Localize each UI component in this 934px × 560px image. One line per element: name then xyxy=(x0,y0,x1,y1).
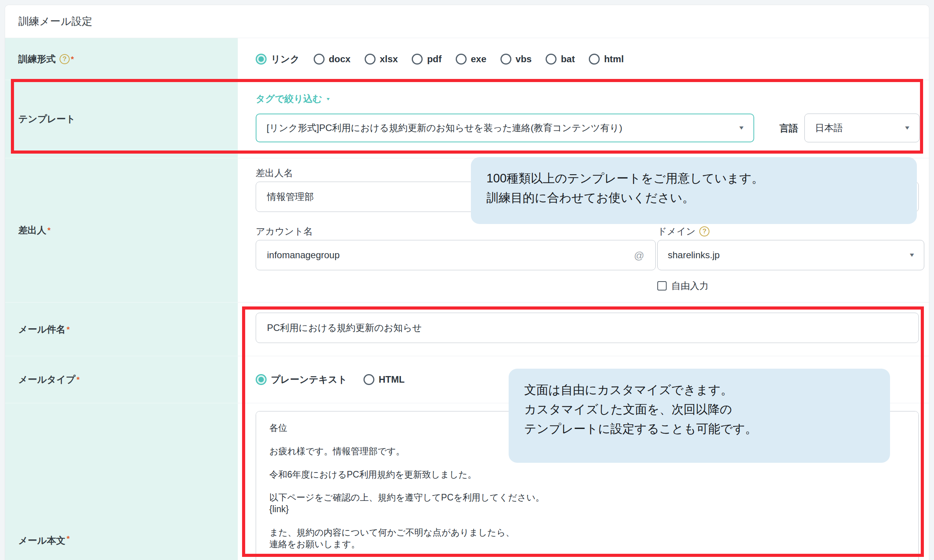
radio-icon[interactable] xyxy=(412,54,423,65)
row-label-template: テンプレート xyxy=(5,80,238,158)
radio-label: xlsx xyxy=(380,54,398,65)
filter-by-tag-text: タグで絞り込む xyxy=(256,93,322,105)
language-label: 言語 xyxy=(780,122,798,135)
radio-label: vbs xyxy=(516,54,532,65)
template-label: テンプレート xyxy=(18,113,75,125)
training-format-radio-group: リンク docx xlsx pdf xyxy=(238,38,929,80)
account-name-label: アカウント名 xyxy=(256,225,313,238)
row-content-mail-type: プレーンテキスト HTML xyxy=(238,356,929,403)
domain-label-wrap: ドメイン ? xyxy=(657,225,709,238)
radio-icon[interactable] xyxy=(546,54,557,65)
domain-select[interactable]: sharelinks.jp ▼ xyxy=(657,240,924,270)
row-label-sender: 差出人 * xyxy=(5,158,238,302)
row-content-mail-body: 各位 お疲れ様です。情報管理部です。 令和6年度におけるPC利用規約を更新致しま… xyxy=(238,403,929,560)
radio-icon[interactable] xyxy=(589,54,600,65)
radio-exe[interactable]: exe xyxy=(456,54,486,65)
row-mail-body: メール本文* 各位 お疲れ様です。情報管理部です。 令和6年度におけるPC利用規… xyxy=(5,403,929,560)
language-select-value: 日本語 xyxy=(815,122,843,134)
account-name-input[interactable] xyxy=(256,240,656,270)
radio-plain-text[interactable]: プレーンテキスト xyxy=(256,373,347,386)
row-content-training-format: リンク docx xlsx pdf xyxy=(238,38,929,80)
sender-label: 差出人 xyxy=(18,224,46,236)
radio-label: pdf xyxy=(427,54,441,65)
row-training-format: 訓練形式 ? * リンク docx xlsx xyxy=(5,38,929,80)
radio-icon[interactable] xyxy=(363,374,374,385)
at-sign-icon: @ xyxy=(634,250,644,262)
help-icon[interactable]: ? xyxy=(699,226,709,236)
radio-vbs[interactable]: vbs xyxy=(500,54,532,65)
form-rows: 訓練形式 ? * リンク docx xlsx xyxy=(5,38,929,560)
row-template: テンプレート タグで絞り込む ▼ [リンク形式]PC利用における規約更新のお知ら… xyxy=(5,80,929,158)
radio-selected-icon[interactable] xyxy=(256,54,267,65)
radio-pdf[interactable]: pdf xyxy=(412,54,441,65)
training-mail-settings-card: 訓練メール設定 訓練形式 ? * リンク docx xyxy=(5,5,929,560)
row-content-subject xyxy=(238,302,929,356)
chevron-down-icon: ▼ xyxy=(904,125,911,131)
domain-label: ドメイン xyxy=(657,225,695,238)
row-label-mail-body: メール本文* xyxy=(5,403,238,560)
subject-input[interactable] xyxy=(256,313,919,343)
training-format-label: 訓練形式 xyxy=(18,53,56,65)
radio-label: bat xyxy=(561,54,575,65)
domain-select-value: sharelinks.jp xyxy=(668,250,720,261)
radio-label: docx xyxy=(329,54,351,65)
checkbox-unchecked-icon[interactable] xyxy=(657,281,667,290)
row-content-sender: 差出人名 アカウント名 @ ドメイン ? sharelinks.jp ▼ 自由入… xyxy=(238,158,929,302)
row-label-subject: メール件名 * xyxy=(5,302,238,356)
row-content-template: タグで絞り込む ▼ [リンク形式]PC利用における規約更新のお知らせを装った連絡… xyxy=(238,80,929,158)
sender-name-label: 差出人名 xyxy=(256,167,293,179)
radio-label: exe xyxy=(471,54,486,65)
language-select[interactable]: 日本語 ▼ xyxy=(804,114,920,142)
radio-icon[interactable] xyxy=(314,54,325,65)
radio-xlsx[interactable]: xlsx xyxy=(365,54,398,65)
radio-label: プレーンテキスト xyxy=(271,373,347,386)
subject-label: メール件名 xyxy=(18,323,65,336)
row-mail-type: メールタイプ * プレーンテキスト HTML xyxy=(5,356,929,403)
radio-icon[interactable] xyxy=(456,54,467,65)
mail-body-label-wrap: メール本文* xyxy=(18,534,70,547)
required-asterisk: * xyxy=(67,534,70,543)
radio-selected-icon[interactable] xyxy=(256,374,267,385)
mail-type-radio-group: プレーンテキスト HTML xyxy=(238,356,929,403)
chevron-down-icon: ▼ xyxy=(908,252,915,258)
free-input-checkbox-row[interactable]: 自由入力 xyxy=(657,280,709,292)
free-input-label: 自由入力 xyxy=(671,280,709,292)
radio-icon[interactable] xyxy=(500,54,511,65)
radio-label: リンク xyxy=(271,53,300,65)
row-subject: メール件名 * xyxy=(5,302,929,356)
radio-label: html xyxy=(604,54,624,65)
page-title: 訓練メール設定 xyxy=(18,14,92,28)
row-sender: 差出人 * 差出人名 アカウント名 @ ドメイン ? sharelinks.jp… xyxy=(5,158,929,302)
filter-by-tag-link[interactable]: タグで絞り込む ▼ xyxy=(256,93,331,105)
row-label-training-format: 訓練形式 ? * xyxy=(5,38,238,80)
chevron-down-icon: ▼ xyxy=(326,96,331,101)
mail-body-textarea[interactable]: 各位 お疲れ様です。情報管理部です。 令和6年度におけるPC利用規約を更新致しま… xyxy=(256,411,919,560)
radio-link[interactable]: リンク xyxy=(256,53,300,65)
chevron-down-icon: ▼ xyxy=(738,125,745,131)
radio-bat[interactable]: bat xyxy=(546,54,575,65)
radio-html-type[interactable]: HTML xyxy=(363,374,405,385)
help-icon[interactable]: ? xyxy=(60,54,70,64)
radio-icon[interactable] xyxy=(365,54,376,65)
radio-label: HTML xyxy=(379,374,405,385)
template-select-value: [リンク形式]PC利用における規約更新のお知らせを装った連絡(教育コンテンツ有り… xyxy=(267,122,622,134)
template-select[interactable]: [リンク形式]PC利用における規約更新のお知らせを装った連絡(教育コンテンツ有り… xyxy=(256,114,754,142)
card-header: 訓練メール設定 xyxy=(5,5,929,38)
sender-name-input[interactable] xyxy=(256,182,919,212)
mail-type-label: メールタイプ xyxy=(18,373,75,386)
row-label-mail-type: メールタイプ * xyxy=(5,356,238,403)
radio-docx[interactable]: docx xyxy=(314,54,351,65)
mail-body-label: メール本文 xyxy=(18,535,65,546)
radio-html[interactable]: html xyxy=(589,54,624,65)
